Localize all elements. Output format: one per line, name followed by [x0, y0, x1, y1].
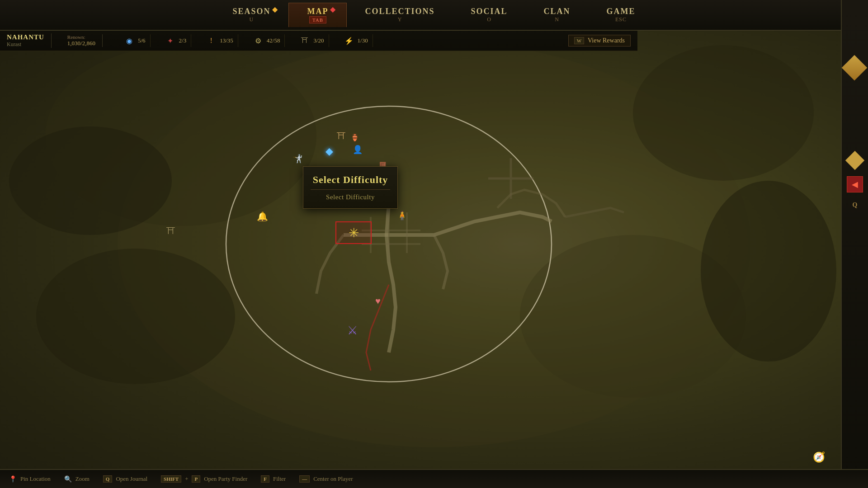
stat-item-4: ⚙ 42/58 — [247, 34, 285, 47]
sidebar-diamond-2[interactable] — [845, 151, 864, 170]
stat-value-5: 3/20 — [313, 37, 324, 44]
tab-map-label: MAP — [307, 7, 328, 16]
player-location: Kurast — [7, 41, 44, 48]
player-marker: ◆ — [326, 145, 333, 157]
map-marker-2[interactable]: 🏺 — [350, 133, 359, 142]
renown-max: 2,860 — [82, 40, 95, 47]
stat-icon-1: ◉ — [123, 34, 136, 47]
tab-season-label: SEASON — [232, 7, 270, 16]
sun-marker-icon: ✳ — [349, 225, 359, 240]
view-rewards-button[interactable]: W View Rewards — [568, 35, 631, 47]
party-key: SHIFT — [161, 475, 181, 483]
tab-clan-label: CLAN — [544, 7, 571, 16]
stat-item-6: ⚡ 1/30 — [338, 34, 373, 47]
shortcut-zoom-label: Zoom — [75, 475, 90, 483]
bottom-bar: 📍 Pin Location 🔍 Zoom Q Open Journal SHI… — [0, 469, 868, 488]
season-icon: ◆ — [272, 5, 278, 14]
pin-icon: 📍 — [9, 475, 17, 483]
tab-collections-label: COLLECTIONS — [365, 7, 434, 16]
shortcut-plus: + — [185, 475, 188, 483]
difficulty-popup: Select Difficulty Select Difficulty — [303, 166, 398, 209]
shortcut-party-label: Open Party Finder — [204, 475, 247, 483]
tab-game[interactable]: GAME ESC — [589, 3, 654, 27]
stat-value-4: 42/58 — [267, 37, 280, 44]
renown-label: Renown: — [67, 34, 95, 40]
tab-map[interactable]: ◆ MAP TAB — [288, 3, 347, 27]
stat-value-3: 13/35 — [220, 37, 233, 44]
view-rewards-key: W — [574, 37, 584, 44]
tab-map-key: TAB — [309, 16, 326, 23]
center-key: — — [299, 475, 310, 483]
stat-item-5: ⛩ 3/20 — [294, 34, 329, 47]
player-name: NAHANTU — [7, 33, 44, 41]
popup-divider — [311, 189, 390, 190]
stat-icon-3: ! — [205, 34, 217, 47]
top-nav: ◆ SEASON U ◆ MAP TAB COLLECTIONS Y SOCIA… — [0, 0, 868, 31]
sidebar-diamond[interactable] — [842, 55, 868, 81]
sidebar-arrow-button[interactable]: ◀ — [847, 176, 863, 192]
zoom-icon: 🔍 — [64, 475, 72, 483]
map-marker-character[interactable]: ⚔ — [347, 324, 358, 338]
shortcut-pin-label: Pin Location — [20, 475, 51, 483]
shortcut-party: SHIFT + P Open Party Finder — [161, 475, 247, 483]
tab-social-label: SOCIAL — [471, 7, 508, 16]
shortcut-filter-label: Filter — [273, 475, 286, 483]
nav-tabs: ◆ SEASON U ◆ MAP TAB COLLECTIONS Y SOCIA… — [214, 3, 653, 27]
map-marker-shrine-left[interactable]: ⛩ — [166, 226, 175, 236]
view-rewards-label: View Rewards — [588, 37, 625, 44]
tab-clan-key: N — [555, 16, 559, 23]
filter-key: F — [261, 475, 269, 483]
map-background — [0, 0, 868, 488]
popup-title: Select Difficulty — [311, 174, 390, 186]
map-marker-npc[interactable]: 🧍 — [396, 210, 408, 221]
shortcut-center: — Center on Player — [299, 475, 353, 483]
tab-social-key: O — [487, 16, 491, 23]
popup-subtitle: Select Difficulty — [311, 193, 390, 201]
map-marker-1[interactable]: ⛩ — [337, 131, 346, 141]
sidebar-q-key[interactable]: Q — [853, 202, 858, 209]
renown-current: 1,030 — [67, 40, 80, 47]
tab-game-key: ESC — [615, 16, 627, 23]
map-marker-waypoint[interactable]: ♥ — [375, 296, 381, 306]
party-key-p: P — [192, 475, 200, 483]
stat-icon-4: ⚙ — [252, 34, 264, 47]
map-marker-left[interactable]: 🤺 — [292, 154, 302, 164]
tab-collections[interactable]: COLLECTIONS Y — [347, 3, 453, 27]
tab-collections-key: Y — [398, 16, 402, 23]
difficulty-location-marker[interactable]: ✳ — [335, 221, 372, 244]
renown-section: Renown: 1,030/2,860 — [67, 34, 103, 47]
stat-item-3: ! 13/35 — [200, 34, 238, 47]
info-bar: NAHANTU Kurast Renown: 1,030/2,860 ◉ 5/6… — [0, 31, 637, 51]
shortcut-journal: Q Open Journal — [103, 475, 147, 483]
shortcut-zoom: 🔍 Zoom — [64, 475, 90, 483]
journal-key: Q — [103, 475, 113, 483]
tab-social[interactable]: SOCIAL O — [453, 3, 526, 27]
tab-clan[interactable]: CLAN N — [526, 3, 589, 27]
renown-value: 1,030/2,860 — [67, 40, 95, 47]
tab-season-key: U — [250, 16, 254, 23]
stat-item-1: ◉ 5/6 — [118, 34, 151, 47]
shortcut-pin: 📍 Pin Location — [9, 475, 51, 483]
stat-item-2: ✦ 2/3 — [160, 34, 192, 47]
stat-icon-5: ⛩ — [298, 34, 311, 47]
map-icon: ◆ — [330, 5, 335, 14]
tab-game-label: GAME — [607, 7, 636, 16]
stat-icon-6: ⚡ — [343, 34, 355, 47]
right-sidebar: ◀ Q — [841, 0, 868, 488]
stat-icon-2: ✦ — [164, 34, 177, 47]
stat-value-1: 5/6 — [138, 37, 146, 44]
player-info: NAHANTU Kurast — [7, 33, 52, 48]
tab-season[interactable]: ◆ SEASON U — [214, 3, 288, 27]
shortcut-journal-label: Open Journal — [116, 475, 147, 483]
shortcut-center-label: Center on Player — [313, 475, 353, 483]
map-icon-corner: 🧭 — [813, 451, 825, 463]
stat-value-6: 1/30 — [358, 37, 368, 44]
map-marker-bell[interactable]: 🔔 — [257, 211, 268, 222]
stat-value-2: 2/3 — [179, 37, 187, 44]
map-marker-3[interactable]: 👤 — [353, 145, 363, 155]
shortcut-filter: F Filter — [261, 475, 286, 483]
